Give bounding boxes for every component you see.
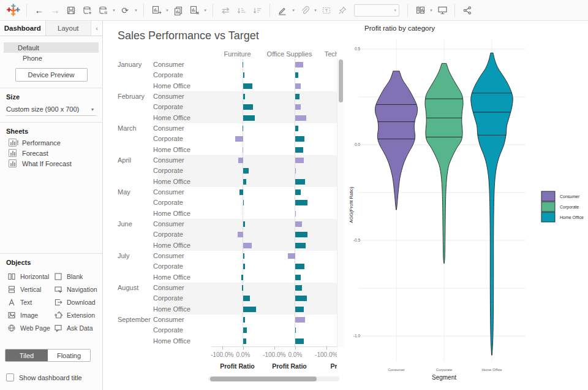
object-image[interactable]: Image: [7, 310, 54, 320]
new-data-source-icon[interactable]: [79, 3, 95, 18]
show-dashboard-title-checkbox[interactable]: [6, 373, 14, 381]
legend-swatch-home-office[interactable]: [541, 212, 555, 222]
profit-ratio-bar[interactable]: [295, 232, 307, 237]
object-horizontal[interactable]: Horizontal: [7, 271, 54, 281]
profit-ratio-bar[interactable]: [243, 94, 245, 99]
profit-ratio-bar[interactable]: [295, 147, 303, 153]
violin-home-office[interactable]: [471, 53, 513, 355]
floating-button[interactable]: Floating: [48, 350, 90, 361]
profit-ratio-bar[interactable]: [243, 243, 252, 248]
profit-ratio-bar[interactable]: [295, 94, 300, 99]
show-hide-cards-caret[interactable]: ▾: [428, 8, 434, 13]
profit-ratio-bar[interactable]: [243, 62, 243, 67]
profit-ratio-bar[interactable]: [243, 264, 245, 269]
profit-ratio-bar[interactable]: [243, 115, 255, 121]
violin-corporate[interactable]: [425, 63, 463, 263]
profit-ratio-bar[interactable]: [295, 221, 303, 227]
profit-ratio-bar[interactable]: [243, 179, 246, 185]
profit-ratio-bar[interactable]: [295, 307, 304, 312]
run-update-icon[interactable]: ⟳: [117, 3, 133, 18]
tableau-logo-icon[interactable]: ✚ ✚ ✚ ✚ ✚: [6, 4, 20, 17]
profit-ratio-bar[interactable]: [295, 317, 305, 323]
vertical-scrollbar-thumb[interactable]: [339, 59, 343, 102]
profit-ratio-bar[interactable]: [295, 115, 306, 121]
show-mark-labels-icon[interactable]: [318, 3, 334, 18]
profit-ratio-bar[interactable]: [295, 158, 304, 163]
collapse-pane-icon[interactable]: ‹: [91, 21, 102, 36]
profit-ratio-bar[interactable]: [243, 168, 249, 174]
object-ask-data[interactable]: Ask Data: [54, 323, 104, 333]
profit-ratio-bar[interactable]: [243, 338, 246, 344]
horizontal-scrollbar-thumb[interactable]: [210, 377, 317, 381]
profit-ratio-bar[interactable]: [243, 104, 253, 110]
back-icon[interactable]: ←: [31, 3, 47, 18]
profit-ratio-bar[interactable]: [288, 253, 295, 259]
legend-swatch-consumer[interactable]: [541, 191, 555, 201]
object-text[interactable]: Text: [7, 297, 54, 307]
pause-auto-updates-caret[interactable]: ▾: [111, 8, 117, 13]
violin-consumer[interactable]: [375, 71, 417, 210]
sheet-item-forecast[interactable]: Forecast: [0, 148, 102, 158]
forward-icon[interactable]: →: [47, 3, 63, 18]
group-members-icon[interactable]: [296, 3, 312, 18]
object-vertical[interactable]: Vertical: [7, 284, 54, 294]
sort-descending-icon[interactable]: [249, 3, 265, 18]
profit-ratio-bar[interactable]: [295, 72, 298, 78]
new-worksheet-icon[interactable]: [148, 3, 164, 18]
profit-ratio-bar[interactable]: [242, 285, 243, 291]
highlight-icon[interactable]: [274, 3, 290, 18]
profit-ratio-bar[interactable]: [243, 126, 243, 131]
vertical-scrollbar[interactable]: [337, 58, 344, 348]
profit-ratio-bar[interactable]: [295, 296, 307, 301]
legend-swatch-corporate[interactable]: [541, 202, 555, 212]
profit-ratio-bar[interactable]: [243, 317, 245, 323]
clear-sheet-icon[interactable]: [186, 3, 202, 18]
device-item-phone[interactable]: Phone: [4, 53, 99, 63]
profit-ratio-bar[interactable]: [235, 136, 243, 142]
object-extension[interactable]: Extension: [54, 310, 104, 320]
profit-ratio-bar[interactable]: [295, 211, 296, 216]
profit-ratio-bar[interactable]: [295, 168, 296, 174]
duplicate-sheet-icon[interactable]: [170, 3, 186, 18]
profit-ratio-bar[interactable]: [243, 307, 256, 312]
fix-axes-icon[interactable]: [334, 3, 350, 18]
profit-ratio-bar[interactable]: [295, 189, 301, 195]
tiled-button[interactable]: Tiled: [6, 350, 48, 361]
profit-ratio-bar[interactable]: [241, 275, 243, 280]
object-web-page[interactable]: Web Page: [7, 323, 54, 333]
profit-ratio-bar[interactable]: [243, 147, 243, 153]
presentation-mode-icon[interactable]: [434, 3, 450, 18]
profit-ratio-bar[interactable]: [243, 296, 251, 301]
object-download[interactable]: Download: [54, 297, 104, 307]
profit-ratio-bar[interactable]: [238, 232, 243, 237]
new-worksheet-caret[interactable]: ▾: [164, 8, 170, 13]
object-blank[interactable]: Blank: [54, 271, 104, 281]
profit-ratio-bar[interactable]: [295, 126, 298, 131]
tab-layout[interactable]: Layout: [46, 21, 92, 36]
size-select[interactable]: Custom size (900 x 700) ▾: [6, 104, 96, 116]
swap-rows-columns-icon[interactable]: ⇄: [217, 3, 233, 18]
horizontal-scrollbar[interactable]: [208, 377, 339, 381]
profit-ratio-bar[interactable]: [243, 253, 244, 259]
highlight-caret[interactable]: ▾: [290, 8, 296, 13]
profit-ratio-bar[interactable]: [243, 327, 247, 333]
group-members-caret[interactable]: ▾: [312, 8, 318, 13]
fit-selector[interactable]: ▾: [354, 4, 399, 17]
profit-ratio-bar[interactable]: [295, 179, 305, 185]
sheet-item-performance[interactable]: ✓ Performance: [0, 137, 102, 148]
clear-sheet-caret[interactable]: ▾: [202, 8, 208, 13]
object-navigation[interactable]: Navigation: [54, 284, 104, 294]
profit-ratio-bar[interactable]: [295, 275, 301, 280]
profit-ratio-bar[interactable]: [295, 104, 301, 110]
profit-ratio-bar[interactable]: [295, 243, 306, 248]
pause-auto-updates-icon[interactable]: [95, 3, 111, 18]
device-preview-button[interactable]: Device Preview: [15, 68, 88, 82]
show-hide-cards-icon[interactable]: [412, 3, 428, 18]
profit-ratio-bar[interactable]: [243, 72, 244, 78]
profit-ratio-bar[interactable]: [295, 264, 304, 269]
share-workbook-icon[interactable]: [459, 3, 475, 18]
profit-ratio-bar[interactable]: [243, 200, 244, 205]
save-icon[interactable]: [63, 3, 79, 18]
tab-dashboard[interactable]: Dashboard: [0, 21, 46, 36]
sheet-item-what-if-forecast[interactable]: What If Forecast: [0, 158, 102, 169]
